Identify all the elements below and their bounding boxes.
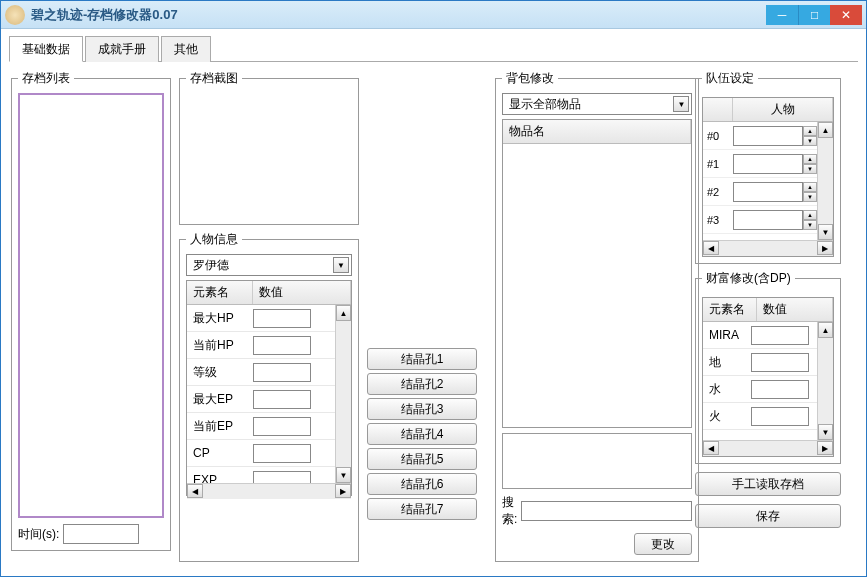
hscrollbar[interactable]: ◀▶	[703, 440, 833, 456]
titlebar: 碧之轨迹-存档修改器0.07 ─ □ ✕	[1, 1, 866, 29]
charinfo-col-value: 数值	[253, 281, 351, 304]
table-row: 地	[703, 349, 817, 376]
party-slot-2-select[interactable]	[733, 182, 803, 202]
time-input[interactable]	[63, 524, 139, 544]
app-icon	[5, 5, 25, 25]
party-col-character: 人物	[733, 98, 833, 121]
chevron-up-icon[interactable]: ▲	[803, 182, 817, 192]
stat-input-maxhp[interactable]	[253, 309, 311, 328]
table-row: 等级	[187, 359, 335, 386]
tab-other[interactable]: 其他	[161, 36, 211, 62]
table-row: MIRA	[703, 322, 817, 349]
vscrollbar[interactable]: ▲▼	[335, 305, 351, 483]
hscrollbar[interactable]: ◀▶	[703, 240, 833, 256]
charinfo-group: 人物信息 罗伊德 ▼ 元素名 数值 最大HP 当前HP 等级 最大EP	[179, 231, 359, 562]
party-slot-1-select[interactable]	[733, 154, 803, 174]
wealth-input-fire[interactable]	[751, 407, 809, 426]
bag-detail-box	[502, 433, 692, 489]
app-window: 碧之轨迹-存档修改器0.07 ─ □ ✕ 基础数据 成就手册 其他 存档列表 时…	[0, 0, 867, 577]
savelist-group: 存档列表 时间(s):	[11, 70, 171, 551]
stat-input-exp[interactable]	[253, 471, 311, 484]
chevron-up-icon[interactable]: ▲	[803, 154, 817, 164]
quartz-slot-7-button[interactable]: 结晶孔7	[367, 498, 477, 520]
chevron-down-icon[interactable]: ▼	[803, 164, 817, 174]
savelist-legend: 存档列表	[18, 70, 74, 87]
quartz-slot-4-button[interactable]: 结晶孔4	[367, 423, 477, 445]
savelist-listbox[interactable]	[18, 93, 164, 518]
character-select-value: 罗伊德	[193, 257, 229, 274]
chevron-up-icon[interactable]: ▲	[803, 126, 817, 136]
maximize-button[interactable]: □	[798, 5, 830, 25]
minimize-button[interactable]: ─	[766, 5, 798, 25]
wealth-input-mira[interactable]	[751, 326, 809, 345]
stat-input-level[interactable]	[253, 363, 311, 382]
manual-load-button[interactable]: 手工读取存档	[695, 472, 841, 496]
search-label: 搜索:	[502, 494, 517, 528]
chevron-up-icon[interactable]: ▲	[803, 210, 817, 220]
table-row: CP	[187, 440, 335, 467]
tab-bar: 基础数据 成就手册 其他	[9, 35, 858, 62]
table-row: 水	[703, 376, 817, 403]
table-row: EXP	[187, 467, 335, 483]
content-area: 存档列表 时间(s): 存档截图 人物信息 罗伊德 ▼	[1, 62, 866, 570]
table-row: #2▲▼	[703, 178, 817, 206]
quartz-slot-6-button[interactable]: 结晶孔6	[367, 473, 477, 495]
wealth-input-earth[interactable]	[751, 353, 809, 372]
hscrollbar[interactable]: ◀▶	[187, 483, 351, 499]
chevron-down-icon[interactable]: ▼	[803, 192, 817, 202]
charinfo-legend: 人物信息	[186, 231, 242, 248]
window-title: 碧之轨迹-存档修改器0.07	[31, 6, 766, 24]
table-row: 最大EP	[187, 386, 335, 413]
quartz-slot-2-button[interactable]: 结晶孔2	[367, 373, 477, 395]
stat-input-cp[interactable]	[253, 444, 311, 463]
party-col-index	[703, 98, 733, 121]
screenshot-legend: 存档截图	[186, 70, 242, 87]
chevron-down-icon[interactable]: ▼	[803, 136, 817, 146]
tab-achievements[interactable]: 成就手册	[85, 36, 159, 62]
vscrollbar[interactable]: ▲▼	[817, 122, 833, 240]
wealth-input-water[interactable]	[751, 380, 809, 399]
character-select[interactable]: 罗伊德 ▼	[186, 254, 352, 276]
table-row: #3▲▼	[703, 206, 817, 234]
screenshot-group: 存档截图	[179, 70, 359, 225]
wealth-col-value: 数值	[757, 298, 833, 321]
stat-input-maxep[interactable]	[253, 390, 311, 409]
change-button[interactable]: 更改	[634, 533, 692, 555]
time-label: 时间(s):	[18, 526, 59, 543]
stat-input-curep[interactable]	[253, 417, 311, 436]
save-button[interactable]: 保存	[695, 504, 841, 528]
quartz-slot-5-button[interactable]: 结晶孔5	[367, 448, 477, 470]
bag-col-itemname: 物品名	[503, 120, 691, 143]
bag-filter-select[interactable]: 显示全部物品 ▼	[502, 93, 692, 115]
stat-input-curhp[interactable]	[253, 336, 311, 355]
party-slot-3-select[interactable]	[733, 210, 803, 230]
chevron-down-icon: ▼	[333, 257, 349, 273]
charinfo-col-name: 元素名	[187, 281, 253, 304]
close-button[interactable]: ✕	[830, 5, 862, 25]
table-row: 最大HP	[187, 305, 335, 332]
table-row: 当前EP	[187, 413, 335, 440]
table-row: #1▲▼	[703, 150, 817, 178]
vscrollbar[interactable]: ▲▼	[817, 322, 833, 440]
wealth-group: 财富修改(含DP) 元素名 数值 MIRA 地 水 火 ▲▼ ◀▶	[695, 270, 841, 464]
tab-basic-data[interactable]: 基础数据	[9, 36, 83, 62]
search-input[interactable]	[521, 501, 692, 521]
wealth-grid: 元素名 数值 MIRA 地 水 火 ▲▼ ◀▶	[702, 297, 834, 457]
party-grid: 人物 #0▲▼ #1▲▼ #2▲▼ #3▲▼ ▲▼ ◀▶	[702, 97, 834, 257]
party-legend: 队伍设定	[702, 70, 758, 87]
bag-legend: 背包修改	[502, 70, 558, 87]
table-row: #0▲▼	[703, 122, 817, 150]
charinfo-grid: 元素名 数值 最大HP 当前HP 等级 最大EP 当前EP CP EXP ▲▼ …	[186, 280, 352, 496]
table-row: 火	[703, 403, 817, 430]
bag-group: 背包修改 显示全部物品 ▼ 物品名 搜索: 更改	[495, 70, 699, 562]
party-group: 队伍设定 人物 #0▲▼ #1▲▼ #2▲▼ #3▲▼ ▲▼ ◀▶	[695, 70, 841, 264]
quartz-slot-1-button[interactable]: 结晶孔1	[367, 348, 477, 370]
quartz-slot-3-button[interactable]: 结晶孔3	[367, 398, 477, 420]
bag-item-grid[interactable]: 物品名	[502, 119, 692, 428]
wealth-legend: 财富修改(含DP)	[702, 270, 795, 287]
chevron-down-icon[interactable]: ▼	[803, 220, 817, 230]
table-row: 当前HP	[187, 332, 335, 359]
party-slot-0-select[interactable]	[733, 126, 803, 146]
chevron-down-icon: ▼	[673, 96, 689, 112]
wealth-col-name: 元素名	[703, 298, 757, 321]
